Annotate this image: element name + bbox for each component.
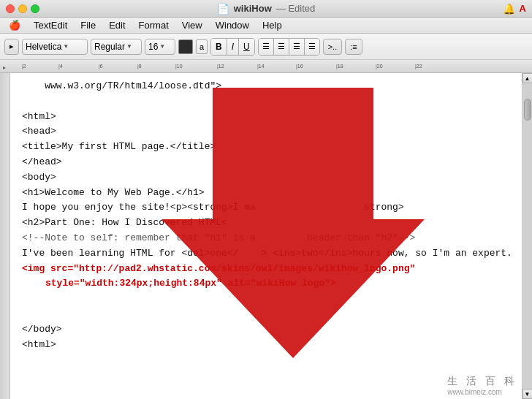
title-bar: 📄 wikiHow — Edited 🔔 A — [0, 0, 532, 18]
close-button[interactable] — [6, 4, 15, 13]
code-line-10: <h2>Part One: How I Discovered HTML< — [22, 216, 520, 231]
traffic-lights — [6, 4, 39, 13]
code-line-18: <html> — [22, 338, 520, 353]
font-size-label: 16 — [148, 42, 158, 52]
watermark: 生 活 百 科 www.bimeiz.com — [447, 375, 517, 396]
title-bar-left — [6, 4, 39, 13]
doc-title: wikiHow — [234, 3, 272, 14]
svg-text:|12: |12 — [217, 64, 224, 69]
minimize-button[interactable] — [18, 4, 27, 13]
svg-text:|2: |2 — [22, 64, 26, 69]
editor-area: www.w3.org/TR/html4/loose.dtd"> <html> <… — [0, 73, 532, 399]
size-dropdown-icon: ▼ — [159, 43, 165, 50]
watermark-line1: 生 活 百 科 — [447, 375, 517, 388]
ruler-svg: ▸ |2 |4 |6 |8 |10 |12 |14 |16 |18 |20 |2… — [0, 60, 532, 72]
code-line-1: www.w3.org/TR/html4/loose.dtd"> — [22, 79, 520, 94]
more-options-icon: >.. — [328, 42, 338, 51]
ruler: ▸ |2 |4 |6 |8 |10 |12 |14 |16 |18 |20 |2… — [0, 60, 532, 73]
svg-text:▸: ▸ — [3, 64, 6, 71]
code-line-11: <!--Note to self: remember that "h1" is … — [22, 231, 520, 246]
style-dropdown-icon: ▼ — [126, 43, 132, 50]
menu-file[interactable]: File — [75, 18, 102, 32]
svg-text:|6: |6 — [99, 64, 103, 69]
bold-button[interactable]: B — [211, 39, 227, 55]
code-line-3: <html> — [22, 110, 520, 125]
font-style-label: Regular — [94, 42, 125, 52]
svg-text:|16: |16 — [296, 64, 303, 69]
code-line-12: I've been learning HTML for <del>one</ >… — [22, 246, 520, 262]
code-line-9: I hope you enjoy the site!<p><strong>I m… — [22, 200, 520, 216]
code-line-15 — [22, 292, 520, 307]
scroll-left — [0, 73, 10, 399]
font-style-selector[interactable]: Regular ▼ — [91, 39, 142, 55]
align-justify-button[interactable]: ☰ — [305, 39, 319, 55]
code-line-14: style="width:324px;height:84px" alt="wik… — [22, 276, 520, 292]
font-dropdown-icon: ▼ — [63, 43, 69, 50]
svg-text:|18: |18 — [336, 64, 343, 69]
scroll-down-button[interactable]: ▼ — [522, 389, 533, 399]
title-bar-center: 📄 wikiHow — Edited — [217, 3, 316, 15]
toolbar: ▸ Helvetica ▼ Regular ▼ 16 ▼ a B I U ☰ ☰ — [0, 34, 532, 60]
indent-button[interactable]: :≡ — [345, 39, 362, 55]
notification-icon[interactable]: 🔔 — [503, 3, 515, 15]
align-buttons: ☰ ☰ ☰ ☰ — [258, 38, 320, 56]
document-area[interactable]: www.w3.org/TR/html4/loose.dtd"> <html> <… — [10, 73, 532, 399]
scroll-track — [523, 83, 532, 389]
svg-text:|10: |10 — [175, 64, 183, 69]
svg-text:|20: |20 — [376, 64, 383, 69]
menu-help[interactable]: Help — [256, 18, 288, 32]
code-line-2 — [22, 94, 520, 110]
code-line-4: <head> — [22, 124, 520, 140]
code-line-7: <body> — [22, 170, 520, 186]
menu-view[interactable]: View — [176, 18, 208, 32]
code-line-8: <h1>Welcome to My Web Page.</h1> — [22, 186, 520, 201]
code-line-16 — [22, 307, 520, 322]
menu-format[interactable]: Format — [133, 18, 175, 32]
svg-rect-0 — [0, 60, 532, 72]
vertical-scrollbar: ▲ ▼ — [522, 73, 532, 399]
code-line-6: </head> — [22, 155, 520, 170]
font-size-selector[interactable]: 16 ▼ — [145, 39, 175, 55]
adobe-icon: A — [520, 3, 526, 14]
align-left-icon: ☰ — [262, 42, 270, 51]
scroll-thumb[interactable] — [524, 99, 531, 121]
maximize-button[interactable] — [31, 4, 39, 13]
format-buttons: B I U — [210, 38, 255, 56]
underline-button[interactable]: U — [239, 39, 254, 55]
more-options-button[interactable]: >.. — [323, 39, 343, 55]
italic-button[interactable]: I — [227, 39, 239, 55]
align-justify-icon: ☰ — [308, 42, 316, 51]
menu-textedit[interactable]: TextEdit — [28, 18, 73, 32]
scroll-up-button[interactable]: ▲ — [522, 73, 533, 83]
code-line-13: <img src="http://pad2.whstatic.com/skins… — [22, 262, 520, 277]
code-line-17: </body> — [22, 322, 520, 338]
align-right-button[interactable]: ☰ — [289, 39, 305, 55]
align-right-icon: ☰ — [293, 42, 300, 51]
font-selector[interactable]: Helvetica ▼ — [22, 39, 88, 55]
indent-icon: :≡ — [350, 42, 357, 51]
edited-badge: — Edited — [276, 3, 316, 14]
font-name-label: Helvetica — [26, 42, 61, 52]
align-center-icon: ☰ — [278, 42, 285, 51]
svg-text:|22: |22 — [415, 64, 422, 69]
code-line-5: <title>My first HTML page.</title> — [22, 140, 520, 155]
menu-apple[interactable]: 🍎 — [3, 18, 26, 32]
align-center-button[interactable]: ☰ — [274, 39, 289, 55]
svg-text:|8: |8 — [137, 64, 142, 69]
doc-icon: 📄 — [217, 3, 229, 15]
watermark-line2: www.bimeiz.com — [447, 388, 517, 396]
menu-bar: 🍎 TextEdit File Edit Format View Window … — [0, 18, 532, 34]
align-left-button[interactable]: ☰ — [259, 39, 274, 55]
text-style-button[interactable]: a — [196, 39, 208, 54]
menu-edit[interactable]: Edit — [103, 18, 131, 32]
nav-back-button[interactable]: ▸ — [4, 39, 19, 55]
svg-text:|4: |4 — [58, 64, 63, 69]
title-bar-right: 🔔 A — [503, 3, 526, 15]
menu-window[interactable]: Window — [210, 18, 255, 32]
text-color-swatch[interactable] — [178, 39, 193, 54]
nav-arrow-icon: ▸ — [10, 42, 14, 51]
svg-text:|14: |14 — [257, 64, 265, 69]
